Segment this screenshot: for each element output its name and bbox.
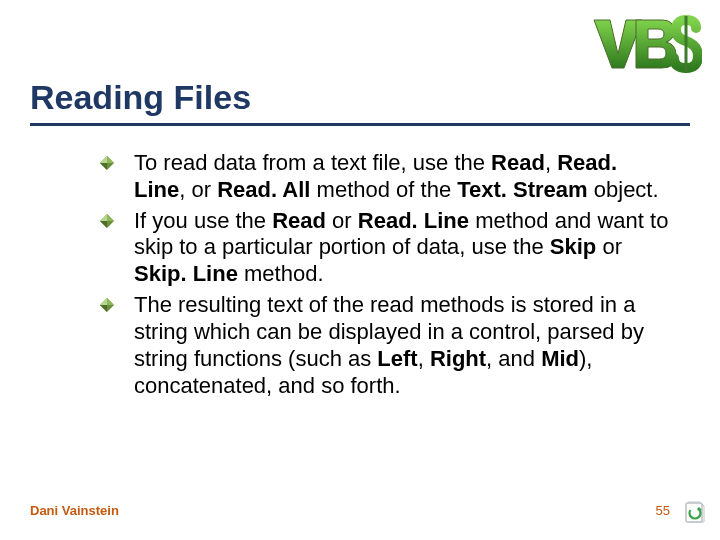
title-underline: [30, 123, 690, 126]
svg-marker-11: [100, 298, 107, 305]
svg-marker-6: [107, 214, 114, 221]
footer-author: Dani Vainstein: [30, 503, 119, 518]
bullet-item: If you use the Read or Read. Line method…: [100, 208, 670, 288]
svg-marker-7: [100, 214, 107, 221]
svg-marker-12: [100, 305, 107, 312]
slide-title: Reading Files: [30, 78, 690, 117]
title-block: Reading Files: [30, 78, 690, 126]
svg-marker-4: [100, 163, 107, 170]
bullet-item: The resulting text of the read methods i…: [100, 292, 670, 399]
body-content: To read data from a text file, use the R…: [100, 150, 670, 403]
footer-page-number: 55: [656, 503, 670, 518]
svg-marker-10: [107, 298, 114, 305]
svg-marker-2: [107, 156, 114, 163]
bullet-text: The resulting text of the read methods i…: [134, 292, 644, 397]
vbs-logo: [592, 14, 702, 74]
bullet-item: To read data from a text file, use the R…: [100, 150, 670, 204]
bullet-text: If you use the Read or Read. Line method…: [134, 208, 668, 287]
diamond-bullet-icon: [100, 156, 114, 170]
svg-marker-3: [100, 156, 107, 163]
diamond-bullet-icon: [100, 214, 114, 228]
diamond-bullet-icon: [100, 298, 114, 312]
slide: Reading Files To read data from a text f…: [0, 0, 720, 540]
bullet-text: To read data from a text file, use the R…: [134, 150, 659, 202]
refresh-page-icon: [684, 500, 706, 524]
svg-marker-8: [100, 221, 107, 228]
bullet-list: To read data from a text file, use the R…: [100, 150, 670, 399]
